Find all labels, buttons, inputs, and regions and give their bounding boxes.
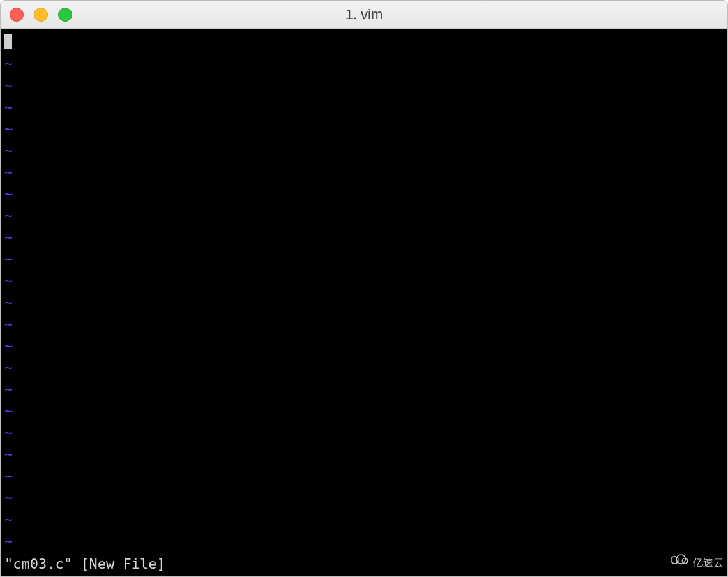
terminal-window: 1. vim ~~~~~~~~~~~~~~~~~~~~~~~ "cm03.c" … (0, 0, 728, 577)
zoom-window-button[interactable] (58, 8, 72, 22)
empty-line-tilde: ~ (4, 465, 724, 487)
window-titlebar[interactable]: 1. vim (1, 1, 727, 29)
empty-line-tilde: ~ (4, 270, 724, 292)
empty-line-tilde: ~ (4, 530, 724, 552)
text-cursor (4, 34, 12, 49)
traffic-lights (10, 8, 72, 22)
minimize-window-button[interactable] (34, 8, 48, 22)
empty-line-tilde: ~ (4, 248, 724, 270)
empty-line-tilde: ~ (4, 161, 724, 183)
close-window-button[interactable] (10, 8, 24, 22)
empty-line-tilde: ~ (4, 487, 724, 509)
empty-line-tilde: ~ (4, 205, 724, 227)
empty-line-tilde: ~ (4, 444, 724, 465)
empty-line-tilde: ~ (4, 292, 724, 313)
empty-line-tilde: ~ (4, 357, 724, 378)
empty-line-tilde: ~ (4, 335, 724, 357)
empty-line-tilde: ~ (4, 422, 724, 444)
empty-line-tilde: ~ (4, 140, 724, 161)
empty-line-tilde: ~ (4, 118, 724, 140)
empty-line-tilde: ~ (4, 400, 724, 422)
empty-line-tilde: ~ (4, 509, 724, 530)
empty-line-tilde: ~ (4, 313, 724, 335)
empty-line-tilde: ~ (4, 183, 724, 205)
empty-line-tilde: ~ (4, 53, 724, 75)
vim-buffer[interactable]: ~~~~~~~~~~~~~~~~~~~~~~~ (4, 31, 724, 553)
terminal-viewport[interactable]: ~~~~~~~~~~~~~~~~~~~~~~~ "cm03.c" [New Fi… (1, 29, 727, 576)
cursor-line[interactable] (4, 31, 724, 53)
empty-line-tilde: ~ (4, 75, 724, 96)
empty-line-tilde: ~ (4, 227, 724, 248)
vim-status-line: "cm03.c" [New File] (4, 553, 724, 575)
empty-line-tilde: ~ (4, 96, 724, 118)
window-title: 1. vim (345, 6, 383, 23)
empty-line-tilde: ~ (4, 378, 724, 400)
